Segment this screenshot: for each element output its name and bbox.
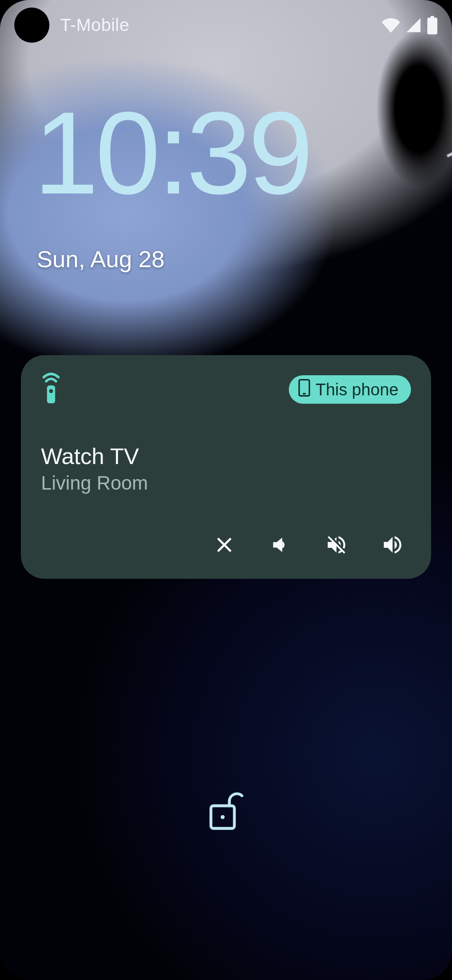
svg-point-1 [49,389,53,393]
volume-down-button[interactable] [268,533,293,558]
mute-button[interactable] [324,533,349,558]
unlock-icon [208,825,244,832]
volume-down-icon [270,534,291,557]
close-button[interactable] [212,533,237,558]
media-title: Watch TV [41,443,411,469]
battery-icon [427,16,438,34]
wifi-icon [382,16,400,34]
lockscreen-date: Sun, Aug 28 [37,245,164,273]
svg-rect-0 [47,385,55,403]
output-device-chip[interactable]: This phone [289,375,411,404]
volume-mute-icon [325,533,348,558]
status-bar: T-Mobile [0,0,452,50]
carrier-label: T-Mobile [60,15,129,35]
phone-icon [298,379,311,400]
media-actions [41,533,411,558]
remote-icon [41,372,61,407]
close-icon [214,535,234,556]
lockscreen-clock: 10:39 [33,94,310,211]
media-subtitle: Living Room [41,472,411,494]
svg-point-7 [221,815,225,819]
media-notification-card[interactable]: This phone Watch TV Living Room [21,355,431,579]
unlock-indicator[interactable] [208,791,244,833]
volume-up-button[interactable] [380,533,405,558]
camera-punch-hole [14,8,49,43]
output-device-label: This phone [316,380,398,399]
cell-signal-icon [405,17,422,34]
volume-up-icon [381,533,404,558]
